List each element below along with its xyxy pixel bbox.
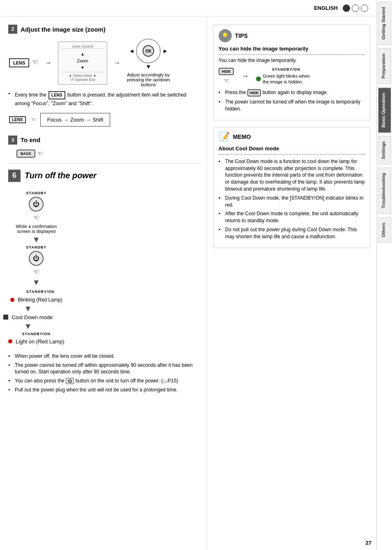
lens-button-diagram: LENS ☜ bbox=[8, 58, 38, 68]
sidebar-tab-troubleshooting[interactable]: Troubleshooting bbox=[378, 168, 391, 214]
memo-bullet-2: During Cool Down mode, the [STANDBY/ON] … bbox=[219, 195, 365, 209]
arrow-focus-zoom: → bbox=[63, 117, 69, 123]
hand-icon-standby1: ☜ bbox=[33, 213, 39, 222]
tips-bullet-2: The power cannot be turned off when the … bbox=[219, 99, 365, 113]
sidebar: Getting Started Preparation Basic Operat… bbox=[376, 0, 392, 550]
standby-on-label-1: STANDBY/ON bbox=[26, 290, 55, 294]
lens-btn-fzs: LENS bbox=[9, 116, 26, 123]
lens-control-box: Lens Control ▲ Zoom ▼ ◄ Select Back ► ↺ … bbox=[58, 41, 107, 85]
section-divider bbox=[8, 163, 201, 164]
while-confirmation: While a confirmationscreen is displayed bbox=[16, 224, 57, 234]
dotted-divider-2 bbox=[219, 154, 365, 155]
red-dot-1 bbox=[10, 298, 14, 302]
top-header: ENGLISH bbox=[0, 0, 376, 16]
sidebar-tab-basic-operation[interactable]: Basic Operation bbox=[378, 87, 391, 133]
standby-on-tips: STANDBY/ON bbox=[272, 67, 300, 71]
down-arrow-2: ▼ bbox=[32, 278, 40, 286]
red-dot-2 bbox=[8, 339, 12, 343]
sidebar-tab-settings[interactable]: Settings bbox=[378, 136, 391, 164]
hide-btn[interactable]: HIDE bbox=[219, 68, 234, 75]
arrow-zoom-shift: → bbox=[85, 117, 91, 123]
back-btn[interactable]: BACK bbox=[16, 150, 35, 158]
section2-title-text: Adjust the image size (zoom) bbox=[21, 26, 106, 33]
down-arrow-4: ▼ bbox=[24, 322, 32, 330]
blinking-text: Blinking (Red Lamp) bbox=[18, 297, 62, 303]
standby-on-final: STANDBY/ON bbox=[22, 332, 51, 336]
section6-num: 6 bbox=[8, 170, 21, 182]
lens-bullet-list: Every time the LENS button is pressed, t… bbox=[8, 90, 201, 107]
section3: 3 To end BACK ☜ bbox=[8, 136, 201, 158]
hide-btn-inline[interactable]: HIDE bbox=[247, 89, 261, 97]
hand-icon-hide: ☜ bbox=[224, 77, 229, 85]
zoom-label: Zoom bbox=[61, 58, 104, 63]
zoom-text: Zoom bbox=[70, 117, 84, 123]
ok-btn[interactable]: OK bbox=[143, 45, 154, 57]
standby-label-2: STANDBY bbox=[26, 245, 46, 249]
dotted-divider-1 bbox=[219, 54, 365, 55]
focus-zoom-shift-area: LENS ☜ Focus → Zoom → Shift bbox=[8, 110, 201, 129]
black-square bbox=[3, 315, 8, 320]
section2-num: 2 bbox=[8, 25, 17, 34]
down-arrow-3: ▼ bbox=[24, 304, 32, 313]
section2-title: 2 Adjust the image size (zoom) bbox=[8, 25, 201, 34]
section3-title: 3 To end bbox=[8, 136, 201, 145]
main-content: 2 Adjust the image size (zoom) LENS ☜ → … bbox=[0, 16, 376, 550]
standby-diagram-1: STANDBY ⏻ ☜ While a confirmationscreen i… bbox=[8, 191, 65, 345]
section6-bullets: When power off, the lens cover will be c… bbox=[8, 353, 201, 394]
language-label: ENGLISH bbox=[314, 5, 338, 11]
memo-label: MEMO bbox=[233, 133, 251, 140]
tips-subtitle: You can hide the image temporarily bbox=[219, 46, 365, 52]
tips-label: TIPS bbox=[235, 32, 248, 39]
memo-bullets: The Cool Down mode is a function to cool… bbox=[219, 158, 365, 240]
hand-icon-standby2: ☜ bbox=[33, 267, 39, 276]
right-column: 💡 TIPS You can hide the image temporaril… bbox=[207, 16, 376, 550]
left-column: 2 Adjust the image size (zoom) LENS ☜ → … bbox=[0, 16, 207, 550]
sidebar-tab-preparation[interactable]: Preparation bbox=[378, 48, 391, 84]
tips-icon: 💡 bbox=[219, 29, 232, 42]
standby-btn-1[interactable]: ⏻ bbox=[29, 197, 44, 212]
green-dot bbox=[256, 76, 261, 81]
tips-bullets: Press the HIDE button again to display i… bbox=[219, 89, 365, 113]
shift-text: Shift bbox=[92, 117, 103, 123]
arrow-right-2: → bbox=[114, 59, 120, 67]
zoom-diagram: LENS ☜ → Lens Control ▲ Zoom ▼ ◄ Select … bbox=[8, 39, 201, 87]
lang-circle-3 bbox=[361, 5, 368, 12]
section3-num: 3 bbox=[8, 136, 17, 145]
green-light-row: Green light blinks when the image is hid… bbox=[256, 73, 316, 85]
lens-bullet-text1: Every time the bbox=[15, 92, 46, 98]
hand-icon: ☜ bbox=[32, 58, 38, 66]
memo-box: 📝 MEMO About Cool Down mode The Cool Dow… bbox=[213, 127, 370, 248]
standby-on-row-1: STANDBY/ON bbox=[26, 290, 55, 294]
tips-body: You can hide the image temporarily. bbox=[219, 58, 365, 63]
hide-diagram: HIDE ☜ → STANDBY/ON Green light blinks w… bbox=[219, 67, 365, 85]
blinking-label: Blinking (Red Lamp) bbox=[10, 297, 62, 303]
focus-zoom-shift-text: Focus bbox=[47, 117, 62, 123]
lens-control-title: Lens Control bbox=[61, 44, 104, 49]
down-arrow-1: ▼ bbox=[32, 235, 40, 244]
lang-circle-2 bbox=[352, 5, 359, 12]
memo-subtitle: About Cool Down mode bbox=[219, 145, 365, 152]
memo-bullet-4: Do not pull out the power plug during Co… bbox=[219, 226, 365, 240]
standby-on-label-2: STANDBY/ON bbox=[22, 332, 51, 336]
section6-bullet-3: You can also press the ⏻ button on the u… bbox=[8, 377, 201, 384]
light-on-label: Light on (Red Lamp) bbox=[16, 338, 65, 345]
tips-header: 💡 TIPS bbox=[219, 29, 365, 42]
section6-bullet-2: The power cannot be turned off within ap… bbox=[8, 362, 201, 376]
light-on-row: Light on (Red Lamp) bbox=[8, 338, 65, 345]
lens-btn: LENS bbox=[9, 58, 29, 67]
green-light-note: Green light blinks when the image is hid… bbox=[263, 73, 316, 85]
section6-bullet-1: When power off, the lens cover will be c… bbox=[8, 353, 201, 360]
section6: 6 Turn off the power STANDBY ⏻ ☜ While a… bbox=[8, 170, 201, 394]
focus-zoom-shift-box: Focus → Zoom → Shift bbox=[40, 113, 111, 127]
back-btn-area: BACK ☜ bbox=[16, 150, 201, 158]
adjust-note: Adjust accordingly bypressing the up/dow… bbox=[127, 72, 170, 87]
memo-bullet-3: After the Cool Down mode is complete, th… bbox=[219, 210, 365, 224]
arrow-right-1: → bbox=[45, 59, 51, 67]
section6-title: Turn off the power bbox=[25, 171, 97, 180]
section6-bullet-4: Pull out the power plug when the unit wi… bbox=[8, 387, 201, 394]
sidebar-tab-others[interactable]: Others bbox=[378, 217, 391, 242]
standby-diagram-area: STANDBY ⏻ ☜ While a confirmationscreen i… bbox=[8, 187, 201, 349]
sidebar-tab-getting-started[interactable]: Getting Started bbox=[378, 2, 391, 45]
standby-btn-2[interactable]: ⏻ bbox=[29, 251, 44, 266]
hand-icon-back: ☜ bbox=[37, 150, 43, 157]
